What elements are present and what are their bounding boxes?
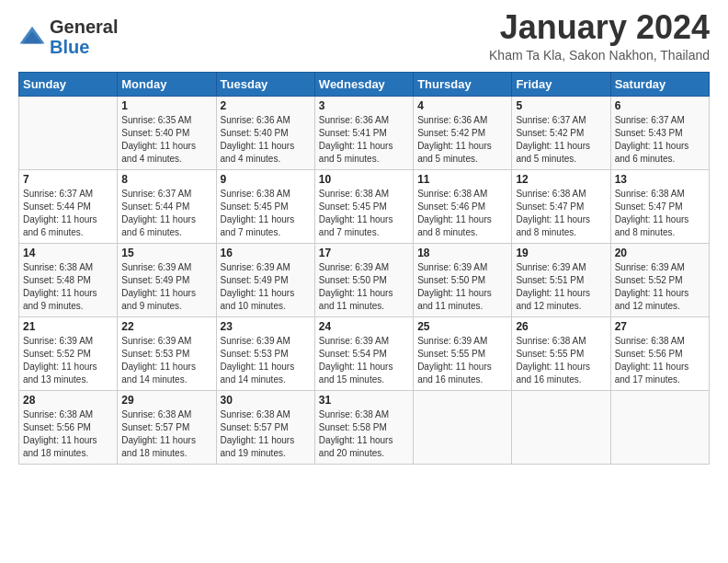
- day-number: 13: [615, 173, 705, 186]
- weekday-header-wednesday: Wednesday: [314, 72, 413, 96]
- cell-info: Sunrise: 6:39 AMSunset: 5:50 PMDaylight:…: [319, 261, 409, 313]
- day-number: 1: [121, 99, 211, 112]
- day-number: 5: [516, 99, 606, 112]
- day-number: 18: [417, 247, 507, 259]
- cell-info: Sunrise: 6:39 AMSunset: 5:53 PMDaylight:…: [121, 335, 211, 386]
- weekday-header-row: SundayMondayTuesdayWednesdayThursdayFrid…: [19, 72, 710, 96]
- cell-info: Sunrise: 6:36 AMSunset: 5:42 PMDaylight:…: [417, 114, 507, 166]
- calendar-cell: 16Sunrise: 6:39 AMSunset: 5:49 PMDayligh…: [216, 243, 314, 316]
- cell-info: Sunrise: 6:37 AMSunset: 5:43 PMDaylight:…: [615, 114, 705, 166]
- cell-info: Sunrise: 6:36 AMSunset: 5:40 PMDaylight:…: [221, 114, 311, 166]
- day-number: 15: [121, 247, 211, 259]
- calendar-table: SundayMondayTuesdayWednesdayThursdayFrid…: [18, 72, 710, 465]
- calendar-cell: 1Sunrise: 6:35 AMSunset: 5:40 PMDaylight…: [118, 96, 216, 169]
- day-number: 29: [121, 394, 211, 407]
- calendar-week-row: 28Sunrise: 6:38 AMSunset: 5:56 PMDayligh…: [19, 390, 710, 464]
- calendar-cell: 15Sunrise: 6:39 AMSunset: 5:49 PMDayligh…: [118, 243, 216, 316]
- calendar-cell: [19, 96, 118, 169]
- cell-info: Sunrise: 6:37 AMSunset: 5:42 PMDaylight:…: [516, 114, 606, 166]
- cell-info: Sunrise: 6:39 AMSunset: 5:52 PMDaylight:…: [23, 335, 113, 386]
- cell-info: Sunrise: 6:38 AMSunset: 5:46 PMDaylight:…: [417, 188, 507, 239]
- calendar-cell: [414, 390, 512, 464]
- calendar-cell: 11Sunrise: 6:38 AMSunset: 5:46 PMDayligh…: [414, 169, 512, 243]
- calendar-cell: 13Sunrise: 6:38 AMSunset: 5:47 PMDayligh…: [610, 169, 709, 243]
- day-number: 9: [221, 173, 311, 186]
- day-number: 16: [221, 247, 311, 259]
- cell-info: Sunrise: 6:37 AMSunset: 5:44 PMDaylight:…: [23, 188, 113, 239]
- weekday-header-friday: Friday: [512, 72, 610, 96]
- calendar-cell: 9Sunrise: 6:38 AMSunset: 5:45 PMDaylight…: [216, 169, 314, 243]
- day-number: 23: [221, 320, 311, 333]
- calendar-cell: [512, 390, 610, 464]
- month-title: January 2024: [489, 9, 710, 46]
- day-number: 19: [516, 247, 606, 259]
- calendar-cell: 2Sunrise: 6:36 AMSunset: 5:40 PMDaylight…: [216, 96, 314, 169]
- day-number: 21: [23, 320, 113, 333]
- cell-info: Sunrise: 6:38 AMSunset: 5:58 PMDaylight:…: [319, 408, 409, 460]
- logo-blue: Blue: [50, 37, 118, 57]
- cell-info: Sunrise: 6:38 AMSunset: 5:47 PMDaylight:…: [516, 188, 606, 239]
- day-number: 17: [319, 247, 409, 259]
- cell-info: Sunrise: 6:39 AMSunset: 5:49 PMDaylight:…: [121, 261, 211, 313]
- day-number: 31: [319, 394, 409, 407]
- calendar-cell: 24Sunrise: 6:39 AMSunset: 5:54 PMDayligh…: [314, 316, 413, 390]
- day-number: 8: [121, 173, 211, 186]
- weekday-header-sunday: Sunday: [19, 72, 118, 96]
- cell-info: Sunrise: 6:39 AMSunset: 5:49 PMDaylight:…: [221, 261, 311, 313]
- day-number: 7: [23, 173, 113, 186]
- calendar-cell: 22Sunrise: 6:39 AMSunset: 5:53 PMDayligh…: [118, 316, 216, 390]
- logo-general: General: [50, 17, 118, 37]
- calendar-cell: 30Sunrise: 6:38 AMSunset: 5:57 PMDayligh…: [216, 390, 314, 464]
- calendar-week-row: 7Sunrise: 6:37 AMSunset: 5:44 PMDaylight…: [19, 169, 710, 243]
- calendar-cell: 28Sunrise: 6:38 AMSunset: 5:56 PMDayligh…: [19, 390, 118, 464]
- day-number: 11: [417, 173, 507, 186]
- cell-info: Sunrise: 6:39 AMSunset: 5:53 PMDaylight:…: [221, 335, 311, 386]
- calendar-cell: 23Sunrise: 6:39 AMSunset: 5:53 PMDayligh…: [216, 316, 314, 390]
- cell-info: Sunrise: 6:35 AMSunset: 5:40 PMDaylight:…: [121, 114, 211, 166]
- calendar-cell: 29Sunrise: 6:38 AMSunset: 5:57 PMDayligh…: [118, 390, 216, 464]
- cell-info: Sunrise: 6:38 AMSunset: 5:56 PMDaylight:…: [23, 408, 113, 460]
- calendar-cell: 19Sunrise: 6:39 AMSunset: 5:51 PMDayligh…: [512, 243, 610, 316]
- calendar-cell: 4Sunrise: 6:36 AMSunset: 5:42 PMDaylight…: [414, 96, 512, 169]
- day-number: 2: [221, 99, 311, 112]
- cell-info: Sunrise: 6:38 AMSunset: 5:45 PMDaylight:…: [221, 188, 311, 239]
- day-number: 25: [417, 320, 507, 333]
- calendar-cell: 21Sunrise: 6:39 AMSunset: 5:52 PMDayligh…: [19, 316, 118, 390]
- day-number: 30: [221, 394, 311, 407]
- cell-info: Sunrise: 6:38 AMSunset: 5:56 PMDaylight:…: [615, 335, 705, 386]
- cell-info: Sunrise: 6:39 AMSunset: 5:55 PMDaylight:…: [417, 335, 507, 386]
- cell-info: Sunrise: 6:39 AMSunset: 5:52 PMDaylight:…: [615, 261, 705, 313]
- calendar-cell: 14Sunrise: 6:38 AMSunset: 5:48 PMDayligh…: [19, 243, 118, 316]
- calendar-cell: 18Sunrise: 6:39 AMSunset: 5:50 PMDayligh…: [414, 243, 512, 316]
- location-subtitle: Kham Ta Kla, Sakon Nakhon, Thailand: [489, 48, 710, 63]
- day-number: 4: [417, 99, 507, 112]
- day-number: 3: [319, 99, 409, 112]
- day-number: 22: [121, 320, 211, 333]
- calendar-week-row: 14Sunrise: 6:38 AMSunset: 5:48 PMDayligh…: [19, 243, 710, 316]
- day-number: 24: [319, 320, 409, 333]
- calendar-cell: 25Sunrise: 6:39 AMSunset: 5:55 PMDayligh…: [414, 316, 512, 390]
- cell-info: Sunrise: 6:38 AMSunset: 5:57 PMDaylight:…: [121, 408, 211, 460]
- calendar-cell: 12Sunrise: 6:38 AMSunset: 5:47 PMDayligh…: [512, 169, 610, 243]
- day-number: 28: [23, 394, 113, 407]
- calendar-cell: [610, 390, 709, 464]
- calendar-cell: 3Sunrise: 6:36 AMSunset: 5:41 PMDaylight…: [314, 96, 413, 169]
- weekday-header-tuesday: Tuesday: [216, 72, 314, 96]
- title-area: January 2024 Kham Ta Kla, Sakon Nakhon, …: [489, 9, 710, 63]
- day-number: 10: [319, 173, 409, 186]
- cell-info: Sunrise: 6:36 AMSunset: 5:41 PMDaylight:…: [319, 114, 409, 166]
- logo-text: General Blue: [50, 17, 118, 57]
- weekday-header-monday: Monday: [118, 72, 216, 96]
- cell-info: Sunrise: 6:38 AMSunset: 5:47 PMDaylight:…: [615, 188, 705, 239]
- cell-info: Sunrise: 6:39 AMSunset: 5:54 PMDaylight:…: [319, 335, 409, 386]
- logo: General Blue: [18, 17, 118, 57]
- calendar-cell: 7Sunrise: 6:37 AMSunset: 5:44 PMDaylight…: [19, 169, 118, 243]
- calendar-cell: 20Sunrise: 6:39 AMSunset: 5:52 PMDayligh…: [610, 243, 709, 316]
- calendar-cell: 26Sunrise: 6:38 AMSunset: 5:55 PMDayligh…: [512, 316, 610, 390]
- day-number: 20: [615, 247, 705, 259]
- cell-info: Sunrise: 6:39 AMSunset: 5:50 PMDaylight:…: [417, 261, 507, 313]
- calendar-cell: 6Sunrise: 6:37 AMSunset: 5:43 PMDaylight…: [610, 96, 709, 169]
- weekday-header-saturday: Saturday: [610, 72, 709, 96]
- cell-info: Sunrise: 6:38 AMSunset: 5:57 PMDaylight:…: [221, 408, 311, 460]
- day-number: 12: [516, 173, 606, 186]
